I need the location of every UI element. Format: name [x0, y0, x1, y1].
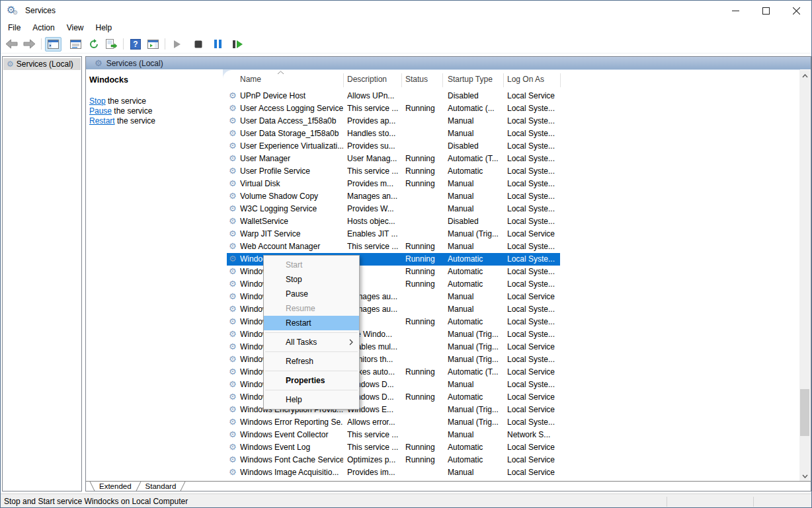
- cell-status: Running: [405, 254, 446, 265]
- service-row[interactable]: ⚙Windows Error Reporting Se...Allows err…: [227, 416, 560, 429]
- close-button[interactable]: [781, 1, 811, 20]
- column-header-startup-type[interactable]: Startup Type: [448, 75, 506, 87]
- service-gear-icon: ⚙: [229, 192, 237, 201]
- service-row[interactable]: ⚙WalletServiceHosts objec...DisabledLoca…: [227, 215, 560, 228]
- cell-description: Provides m...: [347, 179, 404, 190]
- service-row[interactable]: ⚙User Experience Virtualizati...Provides…: [227, 140, 560, 153]
- cell-status: Running: [405, 455, 446, 466]
- export-list-button[interactable]: [103, 37, 120, 52]
- tab-standard[interactable]: Standard: [143, 482, 179, 491]
- service-gear-icon: ⚙: [229, 330, 237, 339]
- help-button[interactable]: ?: [127, 37, 143, 52]
- service-row[interactable]: ⚙User Data Access_1f58a0bProvides ap...M…: [227, 115, 560, 127]
- cell-name: W3C Logging Service: [240, 204, 343, 215]
- show-console-tree-button[interactable]: [45, 37, 61, 52]
- service-gear-icon: ⚙: [229, 355, 237, 364]
- service-row[interactable]: ⚙Windows Font Cache ServiceOptimizes p..…: [227, 454, 560, 466]
- context-menu-item-stop[interactable]: Stop: [264, 272, 359, 287]
- context-menu-item-refresh[interactable]: Refresh: [264, 354, 359, 369]
- cell-status: Running: [405, 443, 446, 453]
- context-menu-item-help[interactable]: Help: [264, 392, 359, 407]
- service-row[interactable]: ⚙User Profile ServiceThis service ...Run…: [227, 165, 560, 178]
- menu-file[interactable]: File: [3, 21, 26, 34]
- service-gear-icon: ⚙: [229, 267, 237, 276]
- menu-help[interactable]: Help: [91, 21, 118, 34]
- service-row[interactable]: ⚙Virtual DiskProvides m...RunningManualL…: [227, 178, 560, 190]
- service-row[interactable]: ⚙Volume Shadow CopyManages an...ManualLo…: [227, 190, 560, 203]
- service-row[interactable]: ⚙Windows Event LogThis service ...Runnin…: [227, 441, 560, 454]
- service-row[interactable]: ⚙Windows Image Acquisitio...Provides im.…: [227, 466, 560, 479]
- column-separator[interactable]: [401, 73, 402, 87]
- column-separator[interactable]: [442, 73, 443, 87]
- properties-button[interactable]: [67, 37, 84, 52]
- cell-startup-type: Manual (Trig...: [448, 342, 506, 353]
- cell-status: [405, 430, 446, 441]
- pause-icon: [214, 40, 222, 48]
- context-menu-item-properties[interactable]: Properties: [264, 373, 359, 388]
- cell-startup-type: Automatic: [448, 254, 506, 265]
- tree-item-services-local[interactable]: ⚙ Services (Local): [3, 58, 81, 70]
- column-separator[interactable]: [560, 73, 561, 87]
- service-row[interactable]: ⚙User Access Logging ServiceThis service…: [227, 102, 560, 115]
- link-pause-service[interactable]: Pause: [89, 106, 112, 116]
- column-header-description[interactable]: Description: [347, 75, 404, 87]
- menu-separator: [265, 390, 358, 390]
- service-gear-icon: ⚙: [229, 116, 237, 126]
- service-row[interactable]: ⚙User ManagerUser Manag...RunningAutomat…: [227, 153, 560, 165]
- panel-header-label: Services (Local): [106, 59, 163, 68]
- service-row[interactable]: ⚙Windows Event CollectorThis service ...…: [227, 429, 560, 441]
- link-restart-service[interactable]: Restart: [89, 116, 115, 126]
- service-row[interactable]: ⚙UPnP Device HostAllows UPn...DisabledLo…: [227, 90, 560, 102]
- cell-startup-type: Manual (Trig...: [448, 417, 506, 428]
- link-stop-service[interactable]: Stop: [89, 96, 106, 106]
- column-header-name[interactable]: Name: [240, 75, 343, 87]
- service-gear-icon: ⚙: [229, 367, 237, 377]
- cell-log-on-as: Local Syste...: [507, 254, 560, 265]
- forward-button[interactable]: [21, 37, 38, 52]
- cell-status: [405, 141, 446, 152]
- cell-startup-type: Automatic (...: [448, 104, 506, 114]
- cell-status: Running: [405, 279, 446, 290]
- service-row[interactable]: ⚙W3C Logging ServiceProvides W...ManualL…: [227, 203, 560, 215]
- start-service-button[interactable]: [169, 37, 185, 52]
- cell-startup-type: Manual: [448, 292, 506, 303]
- help-icon: ?: [130, 39, 141, 50]
- task-line-text: the service: [115, 116, 155, 126]
- service-row[interactable]: ⚙Warp JIT ServiceEnables JIT ...Manual (…: [227, 228, 560, 240]
- column-header-log-on-as[interactable]: Log On As: [507, 75, 560, 87]
- refresh-button[interactable]: [85, 37, 102, 52]
- column-separator[interactable]: [503, 73, 504, 87]
- cell-startup-type: Automatic: [448, 443, 506, 453]
- cell-name: User Manager: [240, 154, 343, 164]
- tab-extended[interactable]: Extended: [97, 482, 134, 491]
- view-tab-strip: ExtendedStandard: [86, 481, 811, 491]
- scrollbar-thumb[interactable]: [800, 389, 809, 436]
- minimize-button[interactable]: [720, 1, 751, 20]
- cell-status: [405, 405, 446, 416]
- vertical-scrollbar[interactable]: [799, 70, 810, 482]
- stop-service-button[interactable]: [190, 37, 206, 52]
- column-separator[interactable]: [343, 73, 344, 87]
- column-header-status[interactable]: Status: [405, 75, 446, 87]
- context-menu-item-pause[interactable]: Pause: [264, 287, 359, 301]
- maximize-icon: [762, 7, 770, 15]
- cell-log-on-as: Local Syste...: [507, 267, 560, 277]
- back-button[interactable]: [3, 37, 20, 52]
- cell-log-on-as: Local Syste...: [507, 154, 560, 164]
- scroll-up-button[interactable]: [799, 70, 810, 81]
- menu-action[interactable]: Action: [27, 21, 60, 34]
- maximize-button[interactable]: [751, 1, 781, 20]
- service-row[interactable]: ⚙Web Account ManagerThis service ...Runn…: [227, 240, 560, 253]
- service-row[interactable]: ⚙User Data Storage_1f58a0bHandles sto...…: [227, 127, 560, 140]
- restart-service-button[interactable]: [229, 37, 246, 52]
- pause-service-button[interactable]: [210, 37, 226, 52]
- menu-view[interactable]: View: [61, 21, 89, 34]
- show-action-pane-button[interactable]: [145, 37, 161, 52]
- cell-description: Provides im...: [347, 468, 404, 478]
- context-menu-item-all-tasks[interactable]: All Tasks: [264, 335, 359, 349]
- cell-log-on-as: Local Syste...: [507, 355, 560, 365]
- cell-startup-type: Automatic: [448, 267, 506, 277]
- cell-log-on-as: Local Syste...: [507, 129, 560, 139]
- scroll-down-button[interactable]: [799, 470, 810, 482]
- context-menu-item-restart[interactable]: Restart: [264, 316, 359, 330]
